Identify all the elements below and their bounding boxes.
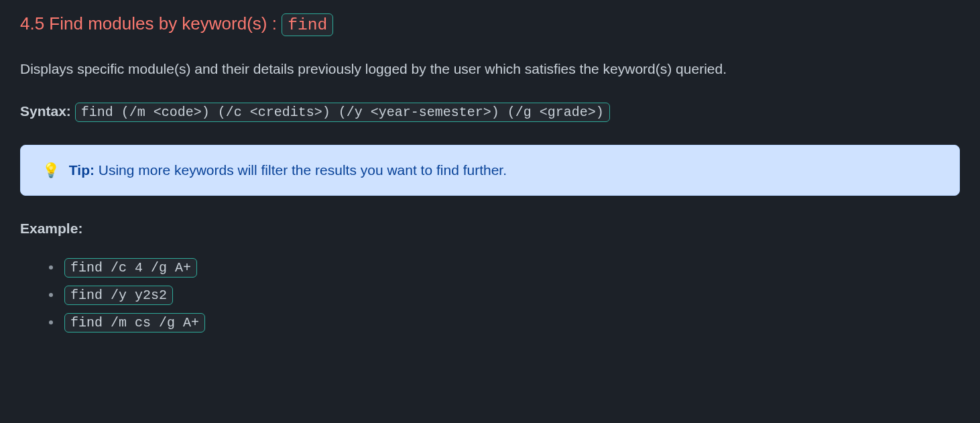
list-item: find /m cs /g A+ bbox=[62, 310, 960, 334]
tip-callout: 💡 Tip: Using more keywords will filter t… bbox=[20, 145, 960, 196]
example-code: find /m cs /g A+ bbox=[64, 313, 205, 333]
syntax-code: find (/m <code>) (/c <credits>) (/y <yea… bbox=[75, 103, 610, 122]
syntax-label: Syntax: bbox=[20, 103, 71, 119]
heading-text: 4.5 Find modules by keyword(s) : bbox=[20, 13, 282, 34]
example-code: find /c 4 /g A+ bbox=[64, 258, 197, 278]
syntax-line: Syntax: find (/m <code>) (/c <credits>) … bbox=[20, 100, 960, 123]
section-heading: 4.5 Find modules by keyword(s) : find bbox=[20, 10, 960, 39]
example-code: find /y y2s2 bbox=[64, 286, 173, 305]
heading-command-code: find bbox=[282, 13, 333, 36]
lightbulb-icon: 💡 bbox=[42, 162, 60, 178]
example-label: Example: bbox=[20, 217, 960, 240]
list-item: find /c 4 /g A+ bbox=[62, 255, 960, 279]
tip-text: Using more keywords will filter the resu… bbox=[95, 162, 507, 178]
tip-label: Tip: bbox=[69, 162, 95, 178]
example-list: find /c 4 /g A+ find /y y2s2 find /m cs … bbox=[20, 255, 960, 334]
list-item: find /y y2s2 bbox=[62, 283, 960, 306]
section-description: Displays specific module(s) and their de… bbox=[20, 58, 784, 80]
